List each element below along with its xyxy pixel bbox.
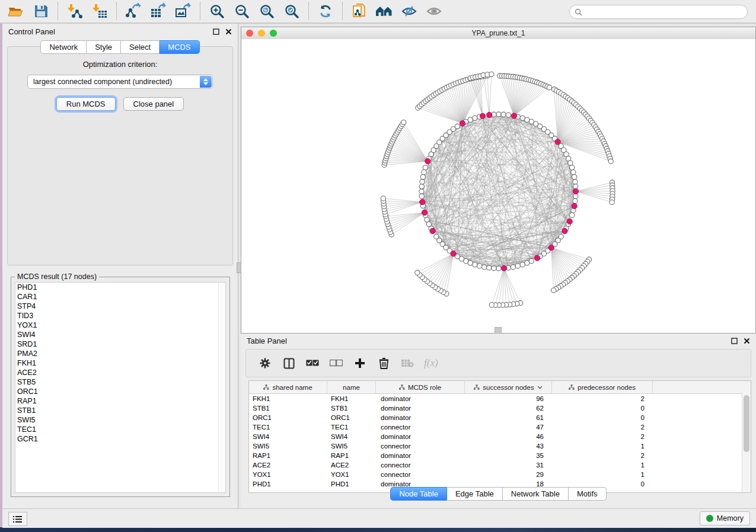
network-node[interactable] <box>473 116 477 120</box>
table-cell[interactable]: 29 <box>465 470 552 479</box>
mcds-result-item[interactable]: RAP1 <box>15 396 225 406</box>
float-panel-icon[interactable] <box>213 28 219 35</box>
window-minimize-button[interactable] <box>258 30 265 37</box>
table-cell[interactable]: RAP1 <box>249 451 327 460</box>
mcds-hub-node[interactable] <box>501 265 506 271</box>
mcds-result-item[interactable]: ACE2 <box>15 368 225 377</box>
mcds-hub-node[interactable] <box>555 139 560 145</box>
mcds-result-list[interactable]: PHD1CAR1STP4TID3YOX1SWI4SRD1PMA2FKH1ACE2… <box>15 282 226 493</box>
zoom-out-button[interactable] <box>229 1 254 21</box>
table-cell[interactable]: 96 <box>465 394 552 403</box>
network-node[interactable] <box>423 165 428 170</box>
column-header[interactable]: predecessor nodes <box>552 381 653 393</box>
column-header[interactable]: successor nodes <box>465 381 552 393</box>
table-cell[interactable]: dominator <box>376 413 465 422</box>
mcds-hub-node[interactable] <box>420 199 425 204</box>
mcds-hub-node[interactable] <box>451 251 456 257</box>
network-node[interactable] <box>501 112 506 117</box>
table-row[interactable]: RAP1RAP1dominator352 <box>249 451 751 460</box>
tab-mcds[interactable]: MCDS <box>160 40 199 54</box>
mcds-hub-node[interactable] <box>425 159 430 164</box>
mcds-hub-node[interactable] <box>422 210 427 215</box>
mcds-hub-node[interactable] <box>430 228 435 233</box>
zoom-in-button[interactable] <box>205 1 229 21</box>
mcds-result-item[interactable]: STP4 <box>15 302 225 311</box>
table-cell[interactable]: 2 <box>552 432 653 441</box>
table-scrollbar[interactable] <box>742 393 751 492</box>
table-cell[interactable]: dominator <box>376 394 465 403</box>
column-header[interactable]: name <box>327 381 376 393</box>
network-leaf-node[interactable] <box>551 288 556 293</box>
vertical-splitter-handle[interactable] <box>237 262 241 273</box>
column-header[interactable]: shared name <box>249 381 327 393</box>
mcds-result-item[interactable]: TID3 <box>15 311 225 321</box>
save-session-button[interactable] <box>28 1 53 21</box>
table-cell[interactable]: SWI4 <box>327 432 376 441</box>
mcds-hub-node[interactable] <box>573 188 578 194</box>
select-all-button[interactable] <box>305 356 320 370</box>
close-panel-icon[interactable] <box>225 28 232 35</box>
node-table[interactable]: shared namenameMCDS rolesuccessor nodesp… <box>248 380 751 493</box>
table-row[interactable]: ORC1ORC1dominator610 <box>249 413 751 422</box>
mcds-result-item[interactable]: PHD1 <box>15 283 225 292</box>
network-node[interactable] <box>473 262 477 267</box>
network-node[interactable] <box>487 265 492 270</box>
mcds-result-item[interactable]: YOX1 <box>15 321 225 330</box>
export-image-button[interactable] <box>171 1 196 21</box>
network-node[interactable] <box>496 266 501 271</box>
network-node[interactable] <box>506 113 511 117</box>
table-cell[interactable]: 47 <box>465 422 552 432</box>
show-panel-button[interactable] <box>422 1 446 21</box>
network-leaf-node[interactable] <box>547 85 551 90</box>
run-mcds-button[interactable]: Run MCDS <box>56 97 116 111</box>
table-cell[interactable]: YOX1 <box>327 470 376 479</box>
tab-edge-table[interactable]: Edge Table <box>447 487 503 501</box>
table-cell[interactable]: 61 <box>465 413 552 422</box>
tab-network[interactable]: Network <box>40 40 87 54</box>
table-cell[interactable]: dominator <box>376 403 465 413</box>
tab-motifs[interactable]: Motifs <box>569 487 607 501</box>
mcds-result-item[interactable]: CAR1 <box>15 292 225 302</box>
network-node[interactable] <box>520 262 525 267</box>
table-row[interactable]: TEC1TEC1connector472 <box>249 422 751 432</box>
network-canvas[interactable] <box>241 39 755 333</box>
table-cell[interactable]: YOX1 <box>249 470 327 479</box>
search-box[interactable] <box>569 5 748 19</box>
table-cell[interactable]: connector <box>376 460 465 470</box>
network-node[interactable] <box>425 217 429 222</box>
horizontal-splitter-handle[interactable] <box>495 327 502 334</box>
table-cell[interactable]: STB1 <box>327 403 376 413</box>
window-maximize-button[interactable] <box>270 30 277 37</box>
network-node[interactable] <box>477 264 482 268</box>
network-node[interactable] <box>455 124 460 129</box>
table-cell[interactable]: 43 <box>465 441 552 451</box>
task-history-button[interactable] <box>8 512 27 526</box>
network-node[interactable] <box>482 265 487 270</box>
mcds-result-item[interactable]: STB5 <box>15 377 225 387</box>
mcds-result-item[interactable]: PMA2 <box>15 349 225 358</box>
search-input[interactable] <box>585 7 742 17</box>
network-node[interactable] <box>573 184 578 189</box>
mcds-result-item[interactable]: GCR1 <box>15 434 225 444</box>
memory-button[interactable]: Memory <box>700 511 750 525</box>
table-cell[interactable]: 46 <box>465 432 552 441</box>
open-file-button[interactable] <box>4 1 28 21</box>
tab-node-table[interactable]: Node Table <box>390 487 447 501</box>
window-close-button[interactable] <box>246 30 253 37</box>
optimization-criterion-select[interactable]: largest connected component (undirected) <box>27 75 213 89</box>
network-window-titlebar[interactable]: YPA_prune.txt_1 <box>241 27 755 40</box>
add-column-button[interactable] <box>353 356 367 370</box>
mcds-result-item[interactable]: ORC1 <box>15 387 225 396</box>
table-cell[interactable]: 35 <box>465 451 552 460</box>
hide-panel-button[interactable] <box>397 1 422 21</box>
delete-table-button[interactable] <box>400 356 414 370</box>
network-leaf-node[interactable] <box>381 196 385 201</box>
network-node[interactable] <box>571 170 576 175</box>
network-node[interactable] <box>570 213 575 217</box>
table-cell[interactable]: 2 <box>552 451 653 460</box>
mcds-result-item[interactable]: STB1 <box>15 406 225 415</box>
network-node[interactable] <box>520 116 525 120</box>
network-leaf-node[interactable] <box>401 120 406 125</box>
table-cell[interactable]: connector <box>376 470 465 479</box>
mcds-hub-node[interactable] <box>572 203 577 209</box>
